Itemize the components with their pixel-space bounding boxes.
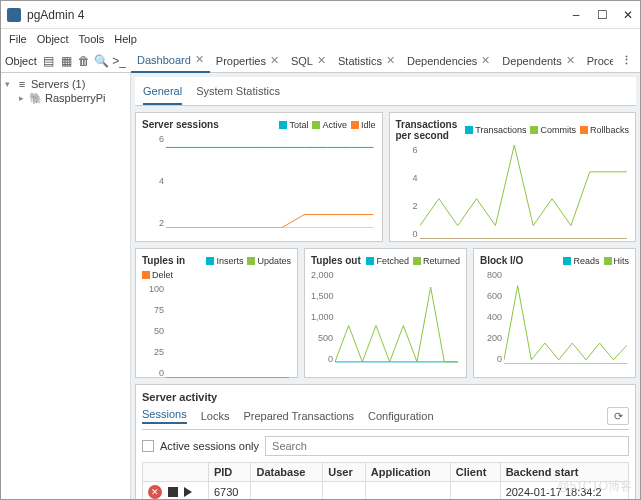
search-icon[interactable]: 🔍: [94, 52, 110, 70]
sql-icon[interactable]: ▦: [58, 52, 74, 70]
legend-label: Rollbacks: [590, 125, 629, 135]
properties-icon[interactable]: ▤: [41, 52, 57, 70]
col-backend-start[interactable]: Backend start: [500, 463, 628, 482]
legend-active: Active: [312, 120, 347, 130]
active-only-label: Active sessions only: [160, 440, 259, 452]
tabs-more-icon[interactable]: ⋮: [613, 54, 640, 67]
legend-label: Idle: [361, 120, 376, 130]
session-row[interactable]: ✕67302024-01-17 18:34:2: [143, 482, 629, 500]
y-tick: 0: [142, 368, 164, 378]
activity-tabs: SessionsLocksPrepared TransactionsConfig…: [142, 407, 629, 430]
terminate-icon[interactable]: ✕: [148, 485, 162, 499]
menu-file[interactable]: File: [9, 33, 27, 45]
y-tick: 1,000: [311, 312, 333, 322]
legend-label: Updates: [257, 256, 291, 266]
y-tick: 50: [142, 326, 164, 336]
close-tab-icon[interactable]: ✕: [195, 53, 204, 66]
delete-icon[interactable]: 🗑: [76, 52, 92, 70]
col-database[interactable]: Database: [251, 463, 323, 482]
col-actions[interactable]: [143, 463, 209, 482]
toolbar: Object ▤ ▦ 🗑 🔍 >_ Dashboard✕Properties✕S…: [1, 49, 640, 73]
y-tick: 2,000: [311, 270, 333, 280]
legend-fetched: Fetched: [366, 256, 409, 266]
expand-icon[interactable]: ▸: [19, 93, 27, 103]
refresh-icon[interactable]: ⟳: [607, 407, 629, 425]
y-tick: 2: [142, 218, 164, 228]
tab-processes[interactable]: Processes✕: [581, 49, 613, 73]
legend-idle: Idle: [351, 120, 376, 130]
legend-label: Delet: [152, 270, 173, 280]
menu-tools[interactable]: Tools: [79, 33, 105, 45]
y-tick: 400: [480, 312, 502, 322]
close-button[interactable]: ✕: [622, 9, 634, 21]
y-tick: 6: [396, 145, 418, 155]
cancel-icon[interactable]: [168, 487, 178, 497]
menu-object[interactable]: Object: [37, 33, 69, 45]
chart-plot: [420, 145, 628, 239]
terminal-icon[interactable]: >_: [111, 52, 127, 70]
close-tab-icon[interactable]: ✕: [270, 54, 279, 67]
tab-statistics[interactable]: Statistics✕: [332, 49, 401, 73]
close-tab-icon[interactable]: ✕: [481, 54, 490, 67]
tab-dependents[interactable]: Dependents✕: [496, 49, 580, 73]
chart-plot: [166, 134, 374, 228]
y-tick: 100: [142, 284, 164, 294]
y-tick: 4: [396, 173, 418, 183]
elephant-icon: 🐘: [30, 92, 42, 104]
chart-tuples-in: Tuples inInsertsUpdatesDelet1007550250: [135, 248, 298, 378]
y-tick: 6: [142, 134, 164, 144]
tab-dependencies[interactable]: Dependencies✕: [401, 49, 496, 73]
activity-search-input[interactable]: [265, 436, 629, 456]
legend-commits: Commits: [530, 125, 576, 135]
subtab-system-statistics[interactable]: System Statistics: [196, 81, 280, 105]
tab-sql[interactable]: SQL✕: [285, 49, 332, 73]
legend-label: Fetched: [376, 256, 409, 266]
menu-help[interactable]: Help: [114, 33, 137, 45]
legend-swatch: [413, 257, 421, 265]
col-user[interactable]: User: [323, 463, 366, 482]
y-tick: 1,500: [311, 291, 333, 301]
collapse-icon[interactable]: ▾: [5, 79, 13, 89]
tab-properties[interactable]: Properties✕: [210, 49, 285, 73]
maximize-button[interactable]: ☐: [596, 9, 608, 21]
chart-title: Tuples in: [142, 255, 202, 266]
titlebar: pgAdmin 4 – ☐ ✕: [1, 1, 640, 29]
close-tab-icon[interactable]: ✕: [317, 54, 326, 67]
legend-label: Total: [289, 120, 308, 130]
activity-tab-locks[interactable]: Locks: [201, 410, 230, 422]
y-tick: 25: [142, 347, 164, 357]
legend-swatch: [465, 126, 473, 134]
expand-row-icon[interactable]: [184, 487, 192, 497]
chart-plot: [504, 270, 627, 364]
legend-swatch: [247, 257, 255, 265]
y-tick: 800: [480, 270, 502, 280]
legend-swatch: [142, 271, 150, 279]
tree-servers[interactable]: ▾ ≡ Servers (1): [5, 77, 126, 91]
activity-title: Server activity: [142, 391, 629, 403]
col-pid[interactable]: PID: [208, 463, 251, 482]
active-only-checkbox[interactable]: [142, 440, 154, 452]
close-tab-icon[interactable]: ✕: [566, 54, 575, 67]
cell-application: [365, 482, 450, 500]
chart-server-sessions: Server sessionsTotalActiveIdle642: [135, 112, 383, 242]
col-application[interactable]: Application: [365, 463, 450, 482]
y-tick: 500: [311, 333, 333, 343]
activity-tab-sessions[interactable]: Sessions: [142, 408, 187, 424]
tree-server-item[interactable]: ▸ 🐘 RaspberryPi: [5, 91, 126, 105]
activity-tab-prepared-transactions[interactable]: Prepared Transactions: [243, 410, 354, 422]
legend-label: Transactions: [475, 125, 526, 135]
close-tab-icon[interactable]: ✕: [386, 54, 395, 67]
col-client[interactable]: Client: [450, 463, 500, 482]
activity-tab-configuration[interactable]: Configuration: [368, 410, 433, 422]
legend-swatch: [312, 121, 320, 129]
app-window: pgAdmin 4 – ☐ ✕ File Object Tools Help O…: [0, 0, 641, 500]
tab-dashboard[interactable]: Dashboard✕: [131, 49, 210, 73]
y-tick: 200: [480, 333, 502, 343]
chart-title: Server sessions: [142, 119, 275, 130]
object-toolbar: Object ▤ ▦ 🗑 🔍 >_: [1, 52, 131, 70]
minimize-button[interactable]: –: [570, 9, 582, 21]
subtab-general[interactable]: General: [143, 81, 182, 105]
legend-updates: Updates: [247, 256, 291, 266]
menubar: File Object Tools Help: [1, 29, 640, 49]
legend-swatch: [580, 126, 588, 134]
